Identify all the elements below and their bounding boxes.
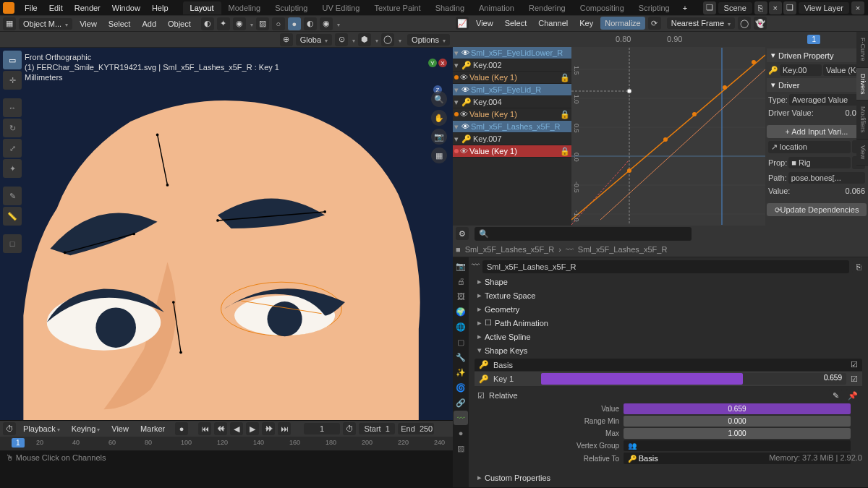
scene-browse-icon[interactable]: ❏ bbox=[703, 1, 716, 14]
persp-ortho-icon[interactable]: ▦ bbox=[431, 147, 447, 163]
snap-icon[interactable]: ⬢ bbox=[358, 33, 371, 46]
tab-physics-icon[interactable]: 🌀 bbox=[454, 380, 468, 395]
channel-row[interactable]: ▾🔑Key.004 bbox=[453, 96, 571, 108]
vp-menu-object[interactable]: Object bbox=[163, 18, 195, 30]
keying-dropdown[interactable]: Keying bbox=[67, 423, 105, 435]
section-spline[interactable]: ▸Active Spline bbox=[472, 330, 865, 343]
matprev-icon[interactable]: ◐ bbox=[304, 17, 317, 30]
channel-row[interactable]: ▾👁Sml_x5F_EyeLid_R bbox=[453, 84, 571, 96]
keyframe-prev-icon[interactable]: ⯬ bbox=[214, 422, 227, 435]
prop-field[interactable]: ■ Rig bbox=[788, 157, 851, 168]
workspace-tab-shading[interactable]: Shading bbox=[428, 1, 472, 14]
tab-fx-icon[interactable]: ✨ bbox=[454, 365, 468, 380]
var-type-dropdown[interactable]: ↗ location bbox=[768, 141, 851, 153]
tab-modifier-icon[interactable]: 🔧 bbox=[454, 350, 468, 364]
range-min-field[interactable]: 0.000 bbox=[624, 416, 851, 427]
vp-menu-view[interactable]: View bbox=[75, 18, 101, 30]
workspace-tab-compositing[interactable]: Compositing bbox=[573, 1, 631, 14]
tool-addcube[interactable]: □ bbox=[3, 234, 22, 253]
workspace-tab-rendering[interactable]: Rendering bbox=[522, 1, 573, 14]
vtab-modifiers[interactable]: Modifiers bbox=[856, 100, 868, 140]
editor-type-props-icon[interactable]: ⚙ bbox=[456, 227, 469, 240]
breadcrumb-item[interactable]: Sml_x5F_Lashes_x5F_R bbox=[578, 245, 668, 254]
graph-key[interactable]: Key bbox=[575, 17, 597, 29]
shapekey-edit-icon[interactable]: ✎ bbox=[829, 389, 842, 402]
add-variable-button[interactable]: + Add Input Vari... bbox=[767, 125, 867, 138]
channel-row[interactable]: 👁Value (Key 1)🔒 bbox=[453, 72, 571, 84]
editor-type-graph-icon[interactable]: 📈 bbox=[456, 17, 469, 30]
menu-help[interactable]: Help bbox=[146, 1, 174, 14]
section-pathanim[interactable]: ▸☐Path Animation bbox=[472, 316, 865, 330]
solid-icon[interactable]: ● bbox=[288, 17, 301, 30]
channel-row[interactable]: 👁Value (Key 1)🔒 bbox=[453, 145, 571, 158]
layer-browse-icon[interactable]: ❏ bbox=[783, 1, 796, 14]
channel-row[interactable]: ▾👁Sml_x5F_Lashes_x5F_R bbox=[453, 121, 571, 133]
driver-header[interactable]: ▾Driver bbox=[767, 78, 867, 92]
propedit-graph-icon[interactable]: ◯ bbox=[738, 17, 751, 30]
jump-start-icon[interactable]: ⏮ bbox=[198, 422, 211, 435]
rendered-icon[interactable]: ◉ bbox=[320, 17, 333, 30]
tool-annotate[interactable]: ✎ bbox=[3, 187, 22, 205]
pivot-icon[interactable]: ⊙ bbox=[335, 33, 348, 46]
workspace-tab-sculpting[interactable]: Sculpting bbox=[268, 1, 315, 14]
graph-playhead[interactable]: 1 bbox=[807, 35, 820, 44]
tool-cursor[interactable]: ✛ bbox=[3, 71, 22, 90]
shape-key-row[interactable]: 🔑Key 1 0.659 ☑ bbox=[475, 372, 862, 387]
channel-row[interactable]: 👁Value (Key 1)🔒 bbox=[453, 108, 571, 121]
driver-type-dropdown[interactable]: Averaged Value bbox=[789, 94, 865, 106]
tab-render-icon[interactable]: 📷 bbox=[454, 259, 468, 273]
play-icon[interactable]: ▶ bbox=[246, 422, 259, 435]
vtab-drivers[interactable]: Drivers bbox=[856, 68, 868, 101]
pan-icon[interactable]: ✋ bbox=[431, 110, 447, 126]
workspace-tab-scripting[interactable]: Scripting bbox=[631, 1, 677, 14]
workspace-tab-uv[interactable]: UV Editing bbox=[315, 1, 367, 14]
autokey-icon[interactable]: ● bbox=[175, 422, 188, 435]
vtab-view[interactable]: View bbox=[856, 140, 868, 166]
playhead[interactable]: 1 bbox=[12, 438, 25, 448]
graph-channel[interactable]: Channel bbox=[534, 17, 572, 29]
options-dropdown[interactable]: Options bbox=[407, 34, 450, 46]
camera-view-icon[interactable]: 📷 bbox=[431, 129, 447, 145]
menu-render[interactable]: Render bbox=[69, 1, 106, 14]
axis-y-icon[interactable]: Y bbox=[428, 59, 437, 67]
workspace-tab-modeling[interactable]: Modeling bbox=[221, 1, 268, 14]
datablock-browse-icon[interactable]: ⎘ bbox=[852, 260, 865, 273]
tab-material-icon[interactable]: ● bbox=[454, 426, 468, 440]
menu-file[interactable]: File bbox=[19, 1, 43, 14]
timeline-marker[interactable]: Marker bbox=[136, 423, 169, 435]
ghost-icon[interactable]: 👻 bbox=[754, 17, 767, 30]
snap-mode-dropdown[interactable]: Nearest Frame bbox=[667, 17, 735, 29]
graph-select[interactable]: Select bbox=[501, 17, 532, 29]
workspace-tab-layout[interactable]: Layout bbox=[183, 1, 221, 14]
orientation-icon[interactable]: ⊕ bbox=[280, 33, 293, 46]
graph-canvas[interactable]: 1.5 1.0 0.5 0.0 -0.5 -1.0 bbox=[571, 47, 765, 226]
channel-row[interactable]: ▾👁Sml_x5F_EyeLidLower_R bbox=[453, 47, 571, 59]
preview-range-icon[interactable]: ⏱ bbox=[343, 422, 356, 435]
graph-view[interactable]: View bbox=[472, 17, 498, 29]
section-shape[interactable]: ▸Shape bbox=[472, 275, 865, 288]
tool-transform[interactable]: ✦ bbox=[3, 159, 22, 178]
relative-checkbox[interactable]: Relative bbox=[489, 391, 518, 400]
current-frame-field[interactable]: 1 bbox=[304, 423, 340, 435]
section-customprops[interactable]: ▸Custom Properties bbox=[472, 471, 865, 484]
timeline-ruler[interactable]: 1 20 40 60 80 100 120 140 160 180 200 22… bbox=[0, 437, 453, 450]
section-texspace[interactable]: ▸Texture Space bbox=[472, 288, 865, 302]
keyframe-next-icon[interactable]: ⯮ bbox=[262, 422, 275, 435]
add-workspace-button[interactable]: + bbox=[677, 1, 693, 14]
timeline-view[interactable]: View bbox=[107, 423, 133, 435]
tab-data-icon[interactable]: 〰 bbox=[454, 411, 468, 425]
driven-property-header[interactable]: ▾Driven Property bbox=[767, 48, 867, 62]
shapekey-pin-icon[interactable]: 📌 bbox=[846, 389, 859, 402]
xray-icon[interactable]: ▨ bbox=[256, 17, 269, 30]
tab-output-icon[interactable]: 🖨 bbox=[454, 274, 468, 288]
tab-scene-icon[interactable]: 🌍 bbox=[454, 304, 468, 319]
axis-x-icon[interactable]: X bbox=[438, 59, 447, 67]
shape-key-row[interactable]: 🔑Basis☑ bbox=[475, 359, 862, 372]
tab-world-icon[interactable]: 🌐 bbox=[454, 320, 468, 334]
tool-select[interactable]: ▭ bbox=[3, 51, 22, 69]
overlay-icon[interactable]: ◉ bbox=[233, 17, 246, 30]
workspace-tab-animation[interactable]: Animation bbox=[472, 1, 522, 14]
scene-name-field[interactable]: Scene bbox=[718, 2, 752, 14]
tool-measure[interactable]: 📏 bbox=[3, 207, 22, 226]
menu-edit[interactable]: Edit bbox=[43, 1, 69, 14]
